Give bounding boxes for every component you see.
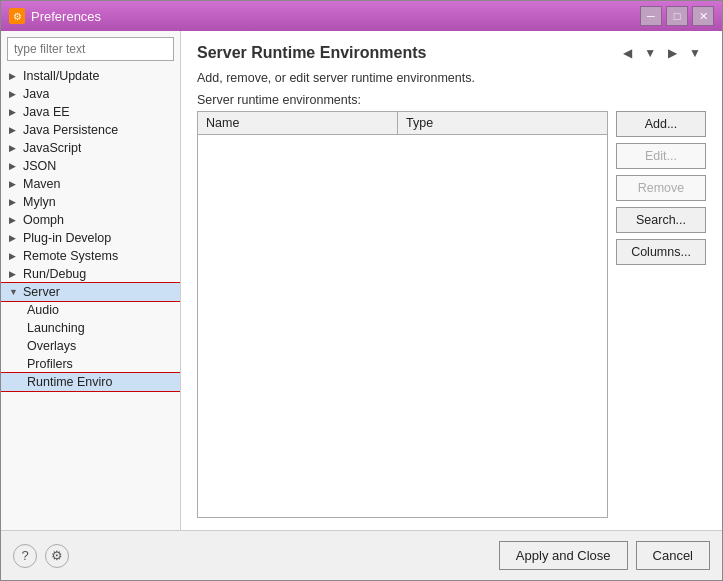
panel-header: Server Runtime Environments ◀ ▼ ▶ ▼ (197, 43, 706, 63)
sidebar: ▶ Install/Update ▶ Java ▶ Java EE (1, 31, 181, 530)
arrow-icon: ▶ (9, 143, 19, 153)
sidebar-child-profilers[interactable]: Profilers (1, 355, 180, 373)
arrow-icon: ▼ (9, 287, 19, 297)
column-type: Type (398, 112, 607, 134)
table-header: Name Type (198, 112, 607, 135)
sidebar-child-launching[interactable]: Launching (1, 319, 180, 337)
sidebar-item-remote-systems[interactable]: ▶ Remote Systems (1, 247, 180, 265)
arrow-icon: ▶ (9, 215, 19, 225)
edit-button[interactable]: Edit... (616, 143, 706, 169)
sidebar-child-overlays[interactable]: Overlays (1, 337, 180, 355)
sidebar-item-mylyn[interactable]: ▶ Mylyn (1, 193, 180, 211)
content-area: ▶ Install/Update ▶ Java ▶ Java EE (1, 31, 722, 530)
apply-close-button[interactable]: Apply and Close (499, 541, 628, 570)
app-icon: ⚙ (9, 8, 25, 24)
remove-button[interactable]: Remove (616, 175, 706, 201)
nav-buttons: ◀ ▼ ▶ ▼ (618, 43, 706, 63)
side-buttons: Add... Edit... Remove Search... Columns.… (616, 111, 706, 518)
forward-button[interactable]: ▶ (663, 43, 682, 63)
arrow-icon: ▶ (9, 233, 19, 243)
arrow-icon: ▶ (9, 251, 19, 261)
arrow-icon: ▶ (9, 161, 19, 171)
column-name: Name (198, 112, 398, 134)
window-controls: ─ □ ✕ (640, 6, 714, 26)
forward-dropdown-button[interactable]: ▼ (684, 43, 706, 63)
sidebar-child-audio[interactable]: Audio (1, 301, 180, 319)
filter-input[interactable] (7, 37, 174, 61)
sidebar-item-java[interactable]: ▶ Java (1, 85, 180, 103)
help-button[interactable]: ? (13, 544, 37, 568)
window-title: Preferences (31, 9, 640, 24)
bottom-left: ? ⚙ (13, 544, 69, 568)
sidebar-item-javascript[interactable]: ▶ JavaScript (1, 139, 180, 157)
section-label: Server runtime environments: (197, 93, 706, 107)
table-body[interactable] (198, 135, 607, 517)
main-panel: Server Runtime Environments ◀ ▼ ▶ ▼ Add,… (181, 31, 722, 530)
close-button[interactable]: ✕ (692, 6, 714, 26)
arrow-icon: ▶ (9, 71, 19, 81)
arrow-icon: ▶ (9, 107, 19, 117)
search-button[interactable]: Search... (616, 207, 706, 233)
back-dropdown-button[interactable]: ▼ (639, 43, 661, 63)
arrow-icon: ▶ (9, 125, 19, 135)
columns-button[interactable]: Columns... (616, 239, 706, 265)
title-bar: ⚙ Preferences ─ □ ✕ (1, 1, 722, 31)
arrow-icon: ▶ (9, 197, 19, 207)
panel-title: Server Runtime Environments (197, 44, 618, 62)
bottom-right: Apply and Close Cancel (499, 541, 710, 570)
sidebar-item-install-update[interactable]: ▶ Install/Update (1, 67, 180, 85)
runtime-table: Name Type (197, 111, 608, 518)
description: Add, remove, or edit server runtime envi… (197, 71, 706, 85)
sidebar-item-java-persistence[interactable]: ▶ Java Persistence (1, 121, 180, 139)
back-button[interactable]: ◀ (618, 43, 637, 63)
arrow-icon: ▶ (9, 89, 19, 99)
bottom-bar: ? ⚙ Apply and Close Cancel (1, 530, 722, 580)
tree-area: ▶ Install/Update ▶ Java ▶ Java EE (1, 67, 180, 530)
add-button[interactable]: Add... (616, 111, 706, 137)
sidebar-item-server[interactable]: ▼ Server (1, 283, 180, 301)
sidebar-item-maven[interactable]: ▶ Maven (1, 175, 180, 193)
arrow-icon: ▶ (9, 269, 19, 279)
cancel-button[interactable]: Cancel (636, 541, 710, 570)
arrow-icon: ▶ (9, 179, 19, 189)
minimize-button[interactable]: ─ (640, 6, 662, 26)
table-and-buttons: Name Type Add... Edit... Remove Search..… (197, 111, 706, 518)
sidebar-item-java-ee[interactable]: ▶ Java EE (1, 103, 180, 121)
preferences-window: ⚙ Preferences ─ □ ✕ ▶ Install/Update (0, 0, 723, 581)
sidebar-item-oomph[interactable]: ▶ Oomph (1, 211, 180, 229)
sidebar-item-run-debug[interactable]: ▶ Run/Debug (1, 265, 180, 283)
sidebar-item-plug-in-develop[interactable]: ▶ Plug-in Develop (1, 229, 180, 247)
sidebar-inner: ▶ Install/Update ▶ Java ▶ Java EE (1, 31, 181, 530)
preferences-icon-button[interactable]: ⚙ (45, 544, 69, 568)
sidebar-child-runtime-environments[interactable]: Runtime Enviro (1, 373, 180, 391)
maximize-button[interactable]: □ (666, 6, 688, 26)
sidebar-item-json[interactable]: ▶ JSON (1, 157, 180, 175)
